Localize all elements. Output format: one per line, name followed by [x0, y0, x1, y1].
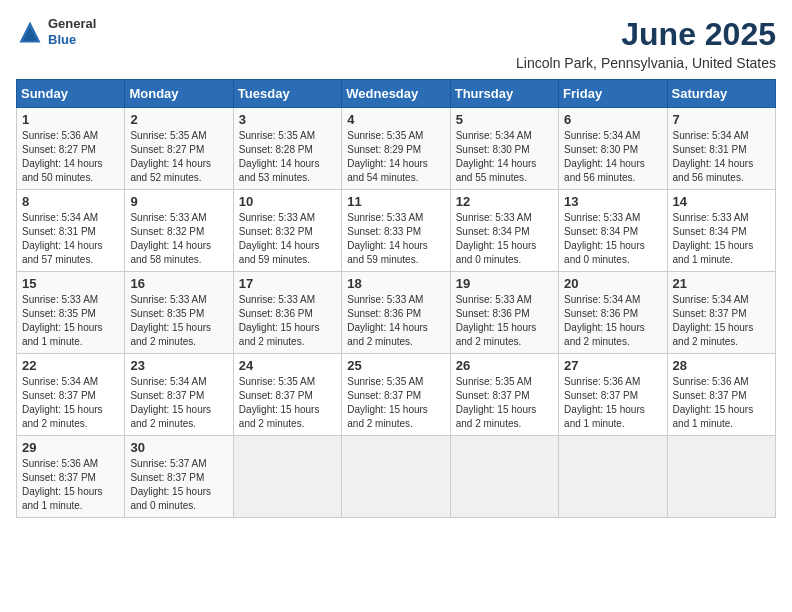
- day-info: Sunrise: 5:34 AM Sunset: 8:30 PM Dayligh…: [456, 129, 553, 185]
- day-info: Sunrise: 5:33 AM Sunset: 8:36 PM Dayligh…: [456, 293, 553, 349]
- calendar-cell: 20Sunrise: 5:34 AM Sunset: 8:36 PM Dayli…: [559, 272, 667, 354]
- day-info: Sunrise: 5:36 AM Sunset: 8:37 PM Dayligh…: [673, 375, 770, 431]
- day-number: 29: [22, 440, 119, 455]
- day-info: Sunrise: 5:35 AM Sunset: 8:37 PM Dayligh…: [456, 375, 553, 431]
- calendar-header-thursday: Thursday: [450, 80, 558, 108]
- calendar-cell: 18Sunrise: 5:33 AM Sunset: 8:36 PM Dayli…: [342, 272, 450, 354]
- day-info: Sunrise: 5:33 AM Sunset: 8:36 PM Dayligh…: [347, 293, 444, 349]
- calendar-cell: 27Sunrise: 5:36 AM Sunset: 8:37 PM Dayli…: [559, 354, 667, 436]
- day-info: Sunrise: 5:35 AM Sunset: 8:37 PM Dayligh…: [347, 375, 444, 431]
- calendar-cell: 2Sunrise: 5:35 AM Sunset: 8:27 PM Daylig…: [125, 108, 233, 190]
- calendar-cell: 30Sunrise: 5:37 AM Sunset: 8:37 PM Dayli…: [125, 436, 233, 518]
- calendar-table: SundayMondayTuesdayWednesdayThursdayFrid…: [16, 79, 776, 518]
- logo: General Blue: [16, 16, 96, 47]
- logo-icon: [16, 18, 44, 46]
- day-info: Sunrise: 5:33 AM Sunset: 8:32 PM Dayligh…: [130, 211, 227, 267]
- calendar-row-1: 1Sunrise: 5:36 AM Sunset: 8:27 PM Daylig…: [17, 108, 776, 190]
- calendar-cell: 29Sunrise: 5:36 AM Sunset: 8:37 PM Dayli…: [17, 436, 125, 518]
- calendar-cell: 4Sunrise: 5:35 AM Sunset: 8:29 PM Daylig…: [342, 108, 450, 190]
- calendar-cell: 10Sunrise: 5:33 AM Sunset: 8:32 PM Dayli…: [233, 190, 341, 272]
- calendar-cell: [342, 436, 450, 518]
- day-info: Sunrise: 5:35 AM Sunset: 8:29 PM Dayligh…: [347, 129, 444, 185]
- calendar-row-5: 29Sunrise: 5:36 AM Sunset: 8:37 PM Dayli…: [17, 436, 776, 518]
- day-number: 9: [130, 194, 227, 209]
- calendar-header-sunday: Sunday: [17, 80, 125, 108]
- day-number: 3: [239, 112, 336, 127]
- calendar-cell: 21Sunrise: 5:34 AM Sunset: 8:37 PM Dayli…: [667, 272, 775, 354]
- logo-text: General Blue: [48, 16, 96, 47]
- calendar-header-saturday: Saturday: [667, 80, 775, 108]
- day-number: 27: [564, 358, 661, 373]
- header: General Blue June 2025 Lincoln Park, Pen…: [16, 16, 776, 71]
- calendar-cell: [233, 436, 341, 518]
- calendar-cell: 9Sunrise: 5:33 AM Sunset: 8:32 PM Daylig…: [125, 190, 233, 272]
- calendar-cell: [450, 436, 558, 518]
- day-number: 23: [130, 358, 227, 373]
- calendar-header-tuesday: Tuesday: [233, 80, 341, 108]
- day-info: Sunrise: 5:33 AM Sunset: 8:36 PM Dayligh…: [239, 293, 336, 349]
- calendar-cell: 24Sunrise: 5:35 AM Sunset: 8:37 PM Dayli…: [233, 354, 341, 436]
- calendar-row-3: 15Sunrise: 5:33 AM Sunset: 8:35 PM Dayli…: [17, 272, 776, 354]
- day-number: 2: [130, 112, 227, 127]
- day-number: 21: [673, 276, 770, 291]
- day-info: Sunrise: 5:36 AM Sunset: 8:37 PM Dayligh…: [22, 457, 119, 513]
- calendar-cell: 12Sunrise: 5:33 AM Sunset: 8:34 PM Dayli…: [450, 190, 558, 272]
- calendar-header-row: SundayMondayTuesdayWednesdayThursdayFrid…: [17, 80, 776, 108]
- calendar-cell: 14Sunrise: 5:33 AM Sunset: 8:34 PM Dayli…: [667, 190, 775, 272]
- location-subtitle: Lincoln Park, Pennsylvania, United State…: [516, 55, 776, 71]
- calendar-cell: 11Sunrise: 5:33 AM Sunset: 8:33 PM Dayli…: [342, 190, 450, 272]
- day-number: 24: [239, 358, 336, 373]
- calendar-row-2: 8Sunrise: 5:34 AM Sunset: 8:31 PM Daylig…: [17, 190, 776, 272]
- calendar-cell: 23Sunrise: 5:34 AM Sunset: 8:37 PM Dayli…: [125, 354, 233, 436]
- day-number: 13: [564, 194, 661, 209]
- calendar-cell: 25Sunrise: 5:35 AM Sunset: 8:37 PM Dayli…: [342, 354, 450, 436]
- day-info: Sunrise: 5:34 AM Sunset: 8:30 PM Dayligh…: [564, 129, 661, 185]
- day-number: 8: [22, 194, 119, 209]
- day-number: 14: [673, 194, 770, 209]
- day-info: Sunrise: 5:33 AM Sunset: 8:32 PM Dayligh…: [239, 211, 336, 267]
- day-info: Sunrise: 5:34 AM Sunset: 8:31 PM Dayligh…: [22, 211, 119, 267]
- day-info: Sunrise: 5:37 AM Sunset: 8:37 PM Dayligh…: [130, 457, 227, 513]
- calendar-cell: 17Sunrise: 5:33 AM Sunset: 8:36 PM Dayli…: [233, 272, 341, 354]
- day-info: Sunrise: 5:34 AM Sunset: 8:37 PM Dayligh…: [22, 375, 119, 431]
- day-number: 20: [564, 276, 661, 291]
- title-block: June 2025 Lincoln Park, Pennsylvania, Un…: [516, 16, 776, 71]
- day-info: Sunrise: 5:34 AM Sunset: 8:37 PM Dayligh…: [130, 375, 227, 431]
- calendar-cell: 26Sunrise: 5:35 AM Sunset: 8:37 PM Dayli…: [450, 354, 558, 436]
- day-number: 10: [239, 194, 336, 209]
- day-info: Sunrise: 5:35 AM Sunset: 8:37 PM Dayligh…: [239, 375, 336, 431]
- calendar-cell: 1Sunrise: 5:36 AM Sunset: 8:27 PM Daylig…: [17, 108, 125, 190]
- day-number: 17: [239, 276, 336, 291]
- day-number: 4: [347, 112, 444, 127]
- day-number: 28: [673, 358, 770, 373]
- calendar-cell: 16Sunrise: 5:33 AM Sunset: 8:35 PM Dayli…: [125, 272, 233, 354]
- day-number: 5: [456, 112, 553, 127]
- day-info: Sunrise: 5:36 AM Sunset: 8:37 PM Dayligh…: [564, 375, 661, 431]
- day-number: 18: [347, 276, 444, 291]
- day-info: Sunrise: 5:34 AM Sunset: 8:31 PM Dayligh…: [673, 129, 770, 185]
- day-info: Sunrise: 5:35 AM Sunset: 8:28 PM Dayligh…: [239, 129, 336, 185]
- calendar-body: 1Sunrise: 5:36 AM Sunset: 8:27 PM Daylig…: [17, 108, 776, 518]
- day-info: Sunrise: 5:33 AM Sunset: 8:34 PM Dayligh…: [673, 211, 770, 267]
- day-number: 26: [456, 358, 553, 373]
- day-number: 1: [22, 112, 119, 127]
- calendar-cell: 8Sunrise: 5:34 AM Sunset: 8:31 PM Daylig…: [17, 190, 125, 272]
- calendar-cell: 15Sunrise: 5:33 AM Sunset: 8:35 PM Dayli…: [17, 272, 125, 354]
- day-number: 12: [456, 194, 553, 209]
- day-info: Sunrise: 5:33 AM Sunset: 8:35 PM Dayligh…: [130, 293, 227, 349]
- calendar-cell: 3Sunrise: 5:35 AM Sunset: 8:28 PM Daylig…: [233, 108, 341, 190]
- logo-general: General: [48, 16, 96, 32]
- day-number: 16: [130, 276, 227, 291]
- calendar-cell: [667, 436, 775, 518]
- day-number: 22: [22, 358, 119, 373]
- day-info: Sunrise: 5:34 AM Sunset: 8:37 PM Dayligh…: [673, 293, 770, 349]
- calendar-cell: 22Sunrise: 5:34 AM Sunset: 8:37 PM Dayli…: [17, 354, 125, 436]
- calendar-header-wednesday: Wednesday: [342, 80, 450, 108]
- day-info: Sunrise: 5:36 AM Sunset: 8:27 PM Dayligh…: [22, 129, 119, 185]
- calendar-cell: [559, 436, 667, 518]
- day-number: 11: [347, 194, 444, 209]
- calendar-header-friday: Friday: [559, 80, 667, 108]
- day-info: Sunrise: 5:33 AM Sunset: 8:33 PM Dayligh…: [347, 211, 444, 267]
- day-number: 19: [456, 276, 553, 291]
- day-number: 7: [673, 112, 770, 127]
